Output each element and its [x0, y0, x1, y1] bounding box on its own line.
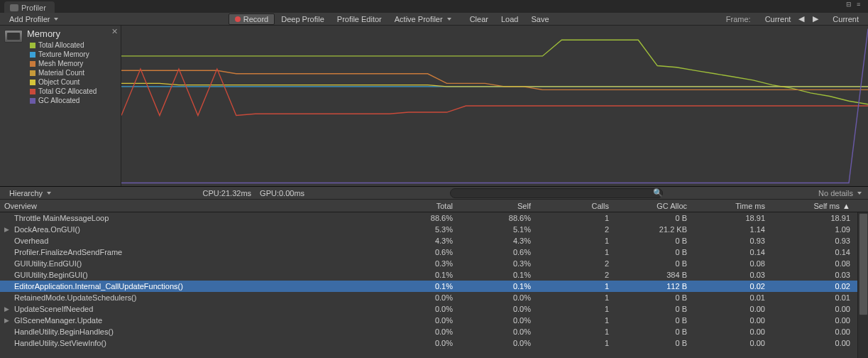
frame-current-button[interactable]: Current	[826, 13, 865, 25]
legend-label: Mesh Memory	[38, 59, 83, 68]
frame-value: Current	[758, 15, 798, 23]
tab-profiler[interactable]: Profiler	[4, 1, 55, 13]
expand-arrow-icon[interactable]: ▶	[4, 305, 11, 313]
cell-selfms: 0.01	[774, 293, 859, 302]
cell-self: 5.1%	[461, 225, 539, 234]
table-row[interactable]: ▶ DockArea.OnGUI() 5.3% 5.1% 2 21.2 KB 1…	[0, 224, 868, 235]
col-overview[interactable]: Overview	[0, 200, 383, 212]
legend-item[interactable]: Texture Memory	[30, 50, 97, 59]
legend-swatch	[30, 61, 35, 67]
legend-title: Memory	[27, 28, 97, 39]
frame-prev-button[interactable]: ◀	[798, 13, 812, 25]
legend-close-icon[interactable]: ✕	[111, 27, 118, 36]
cell-selfms: 1.09	[774, 225, 859, 234]
legend-item[interactable]: Total GC Allocated	[30, 87, 97, 96]
profiler-chart-area: ✕ Memory Total AllocatedTexture MemoryMe…	[0, 26, 868, 187]
col-total[interactable]: Total	[383, 200, 461, 212]
cell-self: 0.0%	[461, 327, 539, 336]
row-name: UpdateSceneIfNeeded	[14, 305, 93, 313]
row-name: EditorApplication.Internal_CallUpdateFun…	[14, 282, 183, 291]
cell-gc: 0 B	[617, 316, 696, 325]
profile-editor-button[interactable]: Profile Editor	[331, 13, 388, 25]
table-row[interactable]: HandleUtility.BeginHandles() 0.0% 0.0% 1…	[0, 326, 868, 337]
record-button[interactable]: Record	[229, 13, 275, 25]
save-button[interactable]: Save	[524, 13, 555, 25]
clear-button[interactable]: Clear	[463, 13, 495, 25]
chart-line	[121, 69, 868, 116]
cell-gc: 0 B	[617, 248, 696, 256]
lower-toolbar: Hierarchy CPU:21.32ms GPU:0.00ms 🔍 No de…	[0, 187, 868, 200]
frame-next-button[interactable]: ▶	[812, 13, 826, 25]
expand-arrow-icon[interactable]: ▶	[4, 317, 11, 324]
legend-item[interactable]: Material Count	[30, 68, 97, 77]
row-name: RetainedMode.UpdateSchedulers()	[14, 293, 136, 302]
table-row[interactable]: GUIUtility.BeginGUI() 0.1% 0.1% 2 384 B …	[0, 269, 868, 281]
cell-calls: 2	[539, 271, 617, 279]
cell-total: 88.6%	[383, 214, 461, 222]
col-gc[interactable]: GC Alloc	[617, 200, 696, 212]
window-undock-icon[interactable]: ⊟	[846, 1, 855, 6]
legend-label: Object Count	[38, 77, 79, 87]
deep-profile-button[interactable]: Deep Profile	[275, 13, 331, 25]
col-selfms[interactable]: Self ms ▲	[774, 200, 859, 212]
cell-calls: 1	[539, 282, 617, 291]
table-row[interactable]: Profiler.FinalizeAndSendFrame 0.6% 0.6% …	[0, 246, 868, 258]
col-time[interactable]: Time ms	[696, 200, 774, 212]
cell-calls: 2	[539, 259, 617, 268]
cell-selfms: 0.00	[774, 339, 859, 347]
row-name: GUIUtility.BeginGUI()	[14, 271, 88, 279]
table-row[interactable]: GUIUtility.EndGUI() 0.3% 0.3% 2 0 B 0.08…	[0, 258, 868, 269]
table-row[interactable]: ▶ GISceneManager.Update 0.0% 0.0% 1 0 B …	[0, 315, 868, 326]
legend-item[interactable]: Mesh Memory	[30, 59, 97, 68]
cell-time: 0.00	[696, 316, 774, 325]
cell-calls: 1	[539, 214, 617, 222]
table-row[interactable]: EditorApplication.Internal_CallUpdateFun…	[0, 281, 868, 292]
cell-self: 0.1%	[461, 271, 539, 279]
memory-module-icon	[4, 30, 23, 43]
cell-calls: 1	[539, 237, 617, 245]
hierarchy-dropdown[interactable]: Hierarchy	[3, 188, 57, 199]
cell-self: 0.0%	[461, 339, 539, 347]
table-row[interactable]: RetainedMode.UpdateSchedulers() 0.0% 0.0…	[0, 292, 868, 303]
legend-item[interactable]: Total Allocated	[30, 40, 97, 50]
col-calls[interactable]: Calls	[539, 200, 617, 212]
cell-gc: 0 B	[617, 327, 696, 336]
cell-gc: 0 B	[617, 305, 696, 313]
table-row[interactable]: HandleUtility.SetViewInfo() 0.0% 0.0% 1 …	[0, 337, 868, 349]
cell-selfms: 0.00	[774, 305, 859, 313]
cell-time: 0.00	[696, 305, 774, 313]
expand-arrow-icon[interactable]: ▶	[4, 226, 11, 233]
cell-self: 0.0%	[461, 316, 539, 325]
cell-time: 18.91	[696, 214, 774, 222]
row-name: Throttle MainMessageLoop	[14, 214, 109, 222]
tab-bar: Profiler	[0, 0, 868, 13]
cell-time: 0.02	[696, 282, 774, 291]
active-profiler-dropdown[interactable]: Active Profiler	[388, 13, 458, 25]
cell-time: 0.93	[696, 237, 774, 245]
add-profiler-dropdown[interactable]: Add Profiler	[3, 13, 65, 25]
legend-item[interactable]: Object Count	[30, 77, 97, 87]
cell-calls: 1	[539, 293, 617, 302]
table-row[interactable]: ▶ UpdateSceneIfNeeded 0.0% 0.0% 1 0 B 0.…	[0, 303, 868, 315]
search-input[interactable]	[450, 188, 663, 198]
cell-time: 0.00	[696, 339, 774, 347]
window-menu-icon[interactable]: ≡	[857, 1, 865, 6]
legend-label: Texture Memory	[38, 50, 89, 59]
cell-gc: 0 B	[617, 293, 696, 302]
chart-panel[interactable]	[121, 26, 868, 186]
cell-self: 4.3%	[461, 237, 539, 245]
row-name: DockArea.OnGUI()	[14, 225, 80, 234]
cell-time: 0.03	[696, 271, 774, 279]
load-button[interactable]: Load	[495, 13, 524, 25]
table-row[interactable]: Throttle MainMessageLoop 88.6% 88.6% 1 0…	[0, 212, 868, 224]
cell-time: 0.14	[696, 248, 774, 256]
scroll-thumb[interactable]	[859, 213, 868, 315]
cell-time: 0.08	[696, 259, 774, 268]
details-dropdown[interactable]: No details	[812, 188, 865, 199]
row-name: Profiler.FinalizeAndSendFrame	[14, 248, 122, 256]
scrollbar[interactable]	[857, 212, 868, 358]
table-row[interactable]: Overhead 4.3% 4.3% 1 0 B 0.93 0.93	[0, 235, 868, 246]
col-self[interactable]: Self	[461, 200, 539, 212]
legend-item[interactable]: GC Allocated	[30, 96, 97, 105]
cell-total: 0.6%	[383, 248, 461, 256]
